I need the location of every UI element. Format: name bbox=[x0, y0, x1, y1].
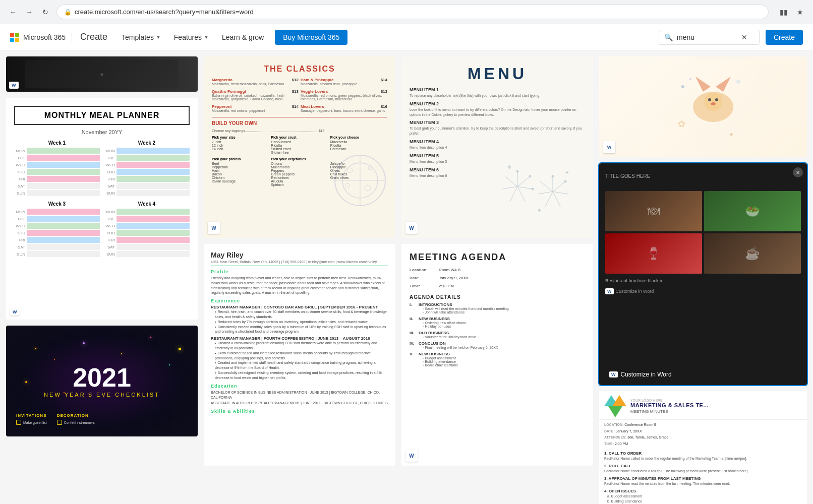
search-clear-icon[interactable]: ✕ bbox=[741, 33, 747, 41]
browser-actions: ▮▮ ★ bbox=[777, 5, 807, 19]
svg-point-35 bbox=[715, 98, 718, 101]
resume-contact: 4961 Main Street, Buffalo, New York 1409… bbox=[211, 260, 388, 266]
svg-point-34 bbox=[708, 98, 711, 101]
nav-templates-label: Templates bbox=[122, 33, 154, 41]
ms-logo-squares bbox=[10, 33, 19, 42]
pizza-item-ham: Ham & Pineapple $14 Mozzarella, smoked h… bbox=[301, 78, 387, 86]
customize-word-button[interactable]: W Customize in Word bbox=[603, 368, 678, 381]
resume-job2-desc2: Grew customer based and increased restau… bbox=[215, 351, 388, 361]
ms-logo[interactable]: Microsoft 365 bbox=[10, 33, 72, 42]
nav-learn[interactable]: Learn & grow bbox=[216, 29, 270, 45]
agenda-card[interactable]: MEETING AGENDA Location: Room W4 B Date:… bbox=[401, 244, 593, 466]
top-right-card[interactable]: ✿ ✦ W bbox=[599, 56, 807, 157]
extensions-button[interactable]: ▮▮ bbox=[777, 5, 791, 19]
back-button[interactable]: ← bbox=[6, 5, 20, 19]
resume-job1-desc3: Consistently exceed monthly sales goals … bbox=[215, 325, 388, 335]
resume-job2-desc1: Created a cross-training program ensurin… bbox=[215, 341, 388, 351]
agenda-location-value: Room W4 B bbox=[439, 268, 460, 272]
choose-toppings: Choose any toppings.....................… bbox=[212, 129, 387, 133]
marketing-logo-triangles bbox=[604, 395, 626, 417]
svg-point-5 bbox=[368, 166, 372, 170]
svg-line-9 bbox=[517, 176, 530, 186]
svg-line-20 bbox=[553, 192, 568, 194]
nye-subtitle: NEW YEAR'S EVE CHECKLIST bbox=[44, 392, 160, 398]
main-content: ◆ W MONTHLY MEAL PLANNER November 20YY W… bbox=[0, 50, 813, 504]
marketing-title-area: YOUR LOGO HERE MARKETING & SALES TE... M… bbox=[630, 399, 709, 413]
marketing-main-title: MARKETING & SALES TE... bbox=[630, 402, 709, 409]
restaurant-card[interactable]: ✕ TITLE GOES HERE 🍽 🥗 bbox=[599, 163, 807, 385]
marketing-content: YOUR LOGO HERE MARKETING & SALES TE... M… bbox=[599, 391, 807, 504]
agenda-word-badge: W bbox=[405, 450, 418, 462]
resume-job2-desc3: Created and implemented staff health and… bbox=[215, 360, 388, 370]
column-3: MENU MENU ITEM 1 To replace any placehol… bbox=[401, 56, 593, 504]
svg-point-38 bbox=[689, 78, 691, 80]
pizza-crust-col: Pick your crust Hand-tossedRicottaStuffe… bbox=[271, 136, 328, 154]
week-4-block: Week 4 MON TUE WED THU FRI SAT SUN bbox=[104, 201, 190, 258]
agenda-location-row: Location: Room W4 B bbox=[410, 268, 585, 274]
agenda-time-label: Time: bbox=[410, 284, 435, 288]
pizza-menu-card[interactable]: THE CLASSICS Margherita $12 Mozzarella, … bbox=[204, 56, 395, 238]
resume-card[interactable]: May Riley 4961 Main Street, Buffalo, New… bbox=[204, 244, 395, 466]
create-header-button[interactable]: Create bbox=[766, 30, 803, 45]
nav-templates[interactable]: Templates ▼ bbox=[115, 29, 167, 45]
fireworks-decoration: ✦ ✦ ✦ bbox=[487, 161, 588, 228]
menu-text-card[interactable]: MENU MENU ITEM 1 To replace any placehol… bbox=[401, 56, 593, 238]
marketing-date-label: DATE: bbox=[604, 429, 616, 433]
logo-sq-red bbox=[10, 33, 14, 37]
favorite-button[interactable]: ★ bbox=[793, 5, 807, 19]
forward-button[interactable]: → bbox=[22, 5, 36, 19]
nye-content: 2021 NEW YEAR'S EVE CHECKLIST INVITATION… bbox=[6, 326, 198, 436]
marketing-time-label: TIME: bbox=[604, 442, 615, 446]
food-photo-1: 🍽 bbox=[605, 191, 702, 231]
nav-learn-label: Learn & grow bbox=[222, 33, 264, 41]
resume-edu1: BACHELOR OF SCIENCE IN BUSINESS ADMINIST… bbox=[211, 390, 388, 401]
pizza-size-col: Pick your size 7 inch12 inch14 inch bbox=[212, 136, 269, 154]
nye-item-1: Make guest list bbox=[16, 420, 47, 425]
restaurant-photos: 🍽 🥗 🍷 bbox=[605, 191, 801, 274]
weeks-grid: Week 1 MON TUE WED THU FRI SAT SUN bbox=[14, 140, 190, 258]
search-icon: 🔍 bbox=[664, 33, 673, 41]
marketing-location-value: Conference Room B bbox=[624, 423, 656, 426]
nye-card[interactable]: 2021 NEW YEAR'S EVE CHECKLIST INVITATION… bbox=[6, 326, 198, 436]
buy-button[interactable]: Buy Microsoft 365 bbox=[275, 30, 347, 45]
logo-sq-yellow bbox=[15, 38, 19, 42]
agenda-location-label: Location: bbox=[410, 268, 435, 272]
svg-line-24 bbox=[540, 181, 553, 192]
search-box[interactable]: 🔍 ✕ bbox=[659, 30, 760, 45]
pizza-item-pepperoni: Pepperoni $14 Mozzarella, red onions, pe… bbox=[212, 104, 299, 112]
svg-line-10 bbox=[517, 186, 533, 189]
marketing-info-rows: LOCATION: Conference Room B DATE: Januar… bbox=[604, 422, 802, 447]
restaurant-close-button[interactable]: ✕ bbox=[793, 167, 803, 177]
marketing-time-value: 2:00 PM bbox=[615, 442, 628, 446]
resume-name: May Riley bbox=[211, 251, 388, 259]
svg-point-7 bbox=[345, 183, 350, 187]
column-4: ✿ ✦ W ✕ TITLE GOES HERE bbox=[599, 56, 807, 504]
templates-chevron: ▼ bbox=[156, 34, 161, 40]
resume-experience-title: Experience bbox=[211, 298, 388, 303]
create-text: Create bbox=[80, 32, 107, 42]
week-3-block: Week 3 MON TUE WED THU FRI SAT SUN bbox=[14, 201, 100, 258]
meal-planner-content: MONTHLY MEAL PLANNER November 20YY Week … bbox=[6, 98, 198, 320]
marketing-item-3: 3. APPROVAL OF MINUTES FROM LAST MEETING… bbox=[604, 476, 802, 486]
agenda-item-5: V. NEW BUSINESS Budget assessment Buildi… bbox=[410, 352, 585, 367]
refresh-button[interactable]: ↻ bbox=[38, 5, 52, 19]
nav-features[interactable]: Features ▼ bbox=[168, 29, 215, 45]
food-photo-4: ☕ bbox=[704, 233, 801, 274]
address-bar[interactable]: 🔒 create.microsoft.com/en-us/search?quer… bbox=[56, 5, 769, 19]
search-input[interactable] bbox=[677, 33, 737, 41]
customize-in-word-text: Customize in Word bbox=[616, 289, 654, 294]
pizza-content: THE CLASSICS Margherita $12 Mozzarella, … bbox=[204, 56, 395, 238]
svg-point-37 bbox=[681, 85, 684, 88]
meal-planner-card[interactable]: MONTHLY MEAL PLANNER November 20YY Week … bbox=[6, 98, 198, 320]
restaurant-word-badge: W Customize in Word bbox=[605, 288, 801, 294]
marketing-card[interactable]: YOUR LOGO HERE MARKETING & SALES TE... M… bbox=[599, 391, 807, 504]
nye-checkbox-2[interactable] bbox=[57, 420, 62, 425]
week-2-rows: MON TUE WED THU FRI SAT SUN bbox=[104, 148, 190, 196]
marketing-attendees-label: ATTENDEES: bbox=[604, 435, 627, 439]
resume-job2-title: RESTAURANT MANAGER | FOURTH COFFEE BISTR… bbox=[211, 336, 388, 341]
nye-col-2: DECORATION Confetti / streamers bbox=[57, 413, 95, 426]
agenda-item-2: II. NEW BUSINESS Ordering new office cha… bbox=[410, 317, 585, 328]
nye-checkbox-1[interactable] bbox=[16, 420, 21, 425]
week-2-label: Week 2 bbox=[104, 140, 190, 146]
dark-food-card[interactable]: ◆ W bbox=[6, 56, 198, 92]
